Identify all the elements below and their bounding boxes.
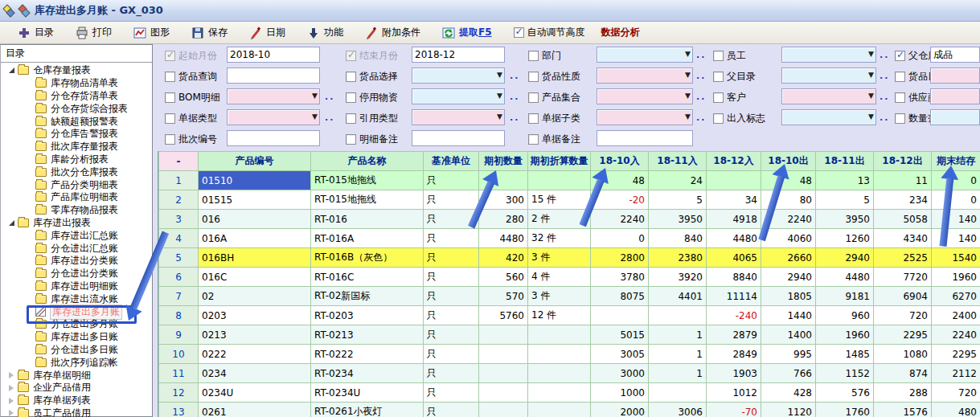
grid-cell[interactable]: 5760 [479, 306, 528, 325]
filter-range-button[interactable]: .. [696, 112, 706, 123]
grid-cell[interactable]: 8075 [591, 287, 649, 306]
grid-cell[interactable]: 5 [649, 190, 707, 210]
grid-cell[interactable]: 2112 [932, 364, 980, 383]
expand-icon[interactable] [9, 372, 14, 378]
filter-checkbox[interactable] [713, 72, 724, 82]
grid-cell[interactable]: 只 [424, 364, 479, 383]
grid-cell[interactable]: 0261 [199, 403, 311, 417]
grid-cell[interactable]: 2940 [816, 248, 874, 268]
tree-item[interactable]: 缺额超额报警表 [1, 115, 152, 128]
filter-range-button[interactable]: .. [696, 71, 706, 81]
grid-cell[interactable]: 576 [816, 383, 874, 403]
grid-cell[interactable]: 2240 [932, 325, 980, 345]
tree-item[interactable]: 库存进出明细账 [1, 280, 152, 293]
grid-cell[interactable] [528, 383, 591, 403]
filter-dropdown-产品集合[interactable]: ▼ [597, 88, 693, 104]
grid-cell[interactable]: 2849 [707, 345, 761, 364]
filter-checkbox[interactable] [895, 113, 905, 124]
filter-checkbox[interactable] [346, 92, 356, 103]
grid-cell[interactable]: 428 [761, 383, 816, 403]
grid-cell[interactable] [707, 171, 761, 190]
grid-cell[interactable]: 只 [424, 248, 479, 268]
grid-cell[interactable]: 4480 [479, 229, 528, 248]
grid-cell[interactable]: 4 件 [528, 268, 591, 287]
grid-cell[interactable]: 只 [424, 403, 479, 417]
filter-dropdown-出入标志[interactable]: ▼ [781, 109, 876, 125]
grid-cell[interactable]: 8840 [707, 268, 761, 287]
grid-cell[interactable]: 1960 [932, 268, 980, 287]
grid-cell[interactable]: 840 [649, 229, 707, 248]
grid-cell[interactable]: 2525 [874, 248, 932, 268]
grid-cell[interactable]: 960 [816, 306, 874, 325]
tree-item[interactable]: 分仓进出多日账 [1, 344, 152, 357]
filter-range-button[interactable]: .. [696, 50, 706, 60]
filter-checkbox[interactable] [165, 92, 175, 103]
filter-dropdown-货品选择[interactable]: ▼ [412, 67, 505, 84]
grid-cell[interactable]: 016C [199, 268, 311, 287]
tree-item[interactable]: 库存进出分类账 [1, 255, 152, 268]
expand-icon[interactable] [9, 410, 14, 416]
grid-cell[interactable]: 016BH [199, 248, 311, 268]
grid-cell[interactable]: RT-016C [311, 268, 424, 287]
grid-cell[interactable] [479, 403, 528, 417]
column-header[interactable]: 产品编号 [199, 152, 311, 171]
filter-range-button[interactable]: .. [696, 92, 706, 102]
filter-checkbox[interactable] [895, 92, 905, 103]
grid-cell[interactable]: RT-02新国标 [311, 287, 424, 306]
grid-cell[interactable] [649, 383, 707, 403]
tree-item[interactable]: 分仓库告警报表 [1, 128, 152, 141]
grid-cell[interactable]: 995 [761, 345, 816, 364]
filter-dropdown-客户[interactable]: ▼ [781, 88, 876, 104]
filter-dropdown-部门[interactable]: ▼ [597, 47, 693, 63]
grid-cell[interactable]: 1400 [761, 325, 816, 345]
grid-cell[interactable] [528, 345, 591, 364]
grid-cell[interactable]: 只 [424, 345, 479, 364]
expand-icon[interactable] [9, 385, 14, 391]
tree-item[interactable]: 库存单据列表 [1, 395, 152, 407]
tree-item[interactable]: 库存进出汇总账 [1, 229, 152, 242]
grid-cell[interactable]: 0234U [199, 383, 311, 403]
grid-cell[interactable]: 13 [816, 171, 874, 190]
filter-checkbox[interactable] [528, 134, 539, 145]
filter-input-父仓库[interactable]: 成品 [930, 47, 980, 63]
grid-cell[interactable]: 0234 [199, 364, 311, 383]
grid-cell[interactable]: 5058 [874, 210, 932, 229]
grid-cell[interactable]: 0213 [199, 325, 311, 345]
grid-cell[interactable]: 4480 [816, 268, 874, 287]
grid-cell[interactable]: 2400 [932, 306, 980, 325]
grid-cell[interactable] [479, 325, 528, 345]
row-number[interactable]: 10 [159, 345, 199, 364]
grid-cell[interactable]: 6270 [932, 287, 980, 306]
toolbar-button-打印[interactable]: 打印 [76, 26, 112, 39]
grid-cell[interactable] [528, 364, 591, 383]
filter-input-结束月份[interactable]: 2018-12 [412, 47, 505, 63]
filter-checkbox[interactable] [713, 92, 724, 103]
grid-cell[interactable]: 只 [424, 268, 479, 287]
grid-cell[interactable]: 1805 [761, 287, 816, 306]
grid-cell[interactable]: 1080 [874, 345, 932, 364]
toolbar-button-目录[interactable]: 目录 [18, 26, 54, 39]
grid-cell[interactable]: 12 件 [528, 306, 591, 325]
grid-cell[interactable]: 766 [761, 364, 816, 383]
tree-item[interactable]: 库存进出报表 [1, 217, 152, 230]
tree-item[interactable]: 分仓进出分类账 [1, 268, 152, 280]
grid-cell[interactable]: 02 [199, 287, 311, 306]
tree-item[interactable]: 批次分仓库报表 [1, 166, 152, 178]
grid-cell[interactable]: 3 件 [528, 248, 591, 268]
auto-height-checkbox[interactable]: ✓ [514, 27, 524, 38]
filter-input-明细备注[interactable] [412, 130, 505, 146]
grid-cell[interactable] [479, 345, 528, 364]
grid-cell[interactable]: 1960 [816, 325, 874, 345]
grid-cell[interactable] [528, 171, 591, 190]
grid-cell[interactable]: RT-015地拖线 [311, 190, 424, 210]
toolbar-button-功能[interactable]: 功能 [307, 26, 343, 39]
filter-input-批次编号[interactable] [227, 130, 320, 146]
column-header[interactable]: 18-11出 [816, 152, 874, 171]
grid-cell[interactable]: 34 [707, 190, 761, 210]
grid-cell[interactable]: 4918 [707, 210, 761, 229]
grid-cell[interactable]: 2240 [591, 210, 649, 229]
row-number[interactable]: 12 [159, 383, 199, 403]
grid-cell[interactable]: 234 [874, 190, 932, 210]
grid-cell[interactable]: RT-015地拖线 [311, 171, 424, 190]
grid-cell[interactable]: 874 [874, 364, 932, 383]
